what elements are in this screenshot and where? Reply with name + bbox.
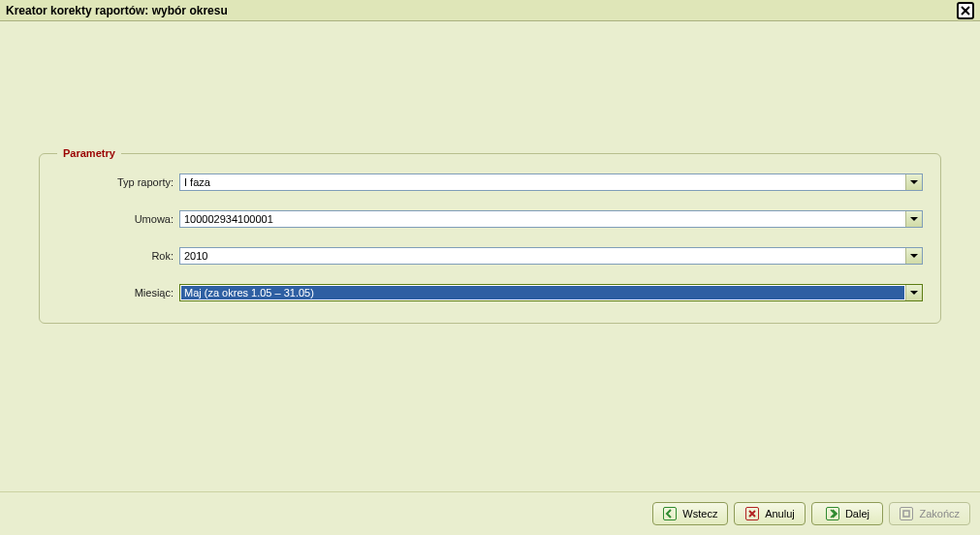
close-button[interactable] <box>957 2 974 19</box>
label-umowa: Umowa: <box>57 213 174 225</box>
arrow-left-icon <box>663 507 677 520</box>
label-miesiac: Miesiąc: <box>57 287 174 299</box>
chevron-down-icon[interactable] <box>905 285 922 300</box>
svg-rect-0 <box>903 511 909 517</box>
arrow-right-icon <box>826 507 839 520</box>
label-typ-raporty: Typ raporty: <box>57 176 174 188</box>
dalej-button[interactable]: Dalej <box>811 502 883 525</box>
zakoncz-label: Zakończ <box>919 508 960 519</box>
wstecz-label: Wstecz <box>682 508 717 519</box>
chevron-down-icon[interactable] <box>905 248 922 264</box>
miesiac-combo[interactable]: Maj (za okres 1.05 – 31.05) <box>179 284 923 301</box>
rok-combo[interactable]: 2010 <box>179 247 923 265</box>
miesiac-value: Maj (za okres 1.05 – 31.05) <box>181 286 904 299</box>
umowa-combo[interactable]: 100002934100001 <box>179 210 923 228</box>
wstecz-button[interactable]: Wstecz <box>652 502 728 525</box>
rok-value: 2010 <box>180 248 905 264</box>
close-icon <box>961 6 970 16</box>
footer-bar: Wstecz Anuluj Dalej Zakończ <box>0 491 980 535</box>
chevron-down-icon[interactable] <box>905 211 922 227</box>
typ-raporty-value: I faza <box>180 174 905 190</box>
window-title: Kreator korekty raportów: wybór okresu <box>6 4 228 17</box>
umowa-value: 100002934100001 <box>180 211 905 227</box>
label-rok: Rok: <box>57 250 174 262</box>
dalej-label: Dalej <box>845 508 869 519</box>
chevron-down-icon[interactable] <box>905 174 922 190</box>
parameters-fieldset: Parametry Typ raporty: I faza Umowa: 100… <box>39 147 941 324</box>
parameters-legend: Parametry <box>57 147 121 159</box>
typ-raporty-combo[interactable]: I faza <box>179 173 923 191</box>
zakoncz-button: Zakończ <box>889 502 970 525</box>
cancel-icon <box>745 507 759 520</box>
anuluj-label: Anuluj <box>765 508 795 519</box>
stop-icon <box>900 507 913 520</box>
anuluj-button[interactable]: Anuluj <box>734 502 806 525</box>
